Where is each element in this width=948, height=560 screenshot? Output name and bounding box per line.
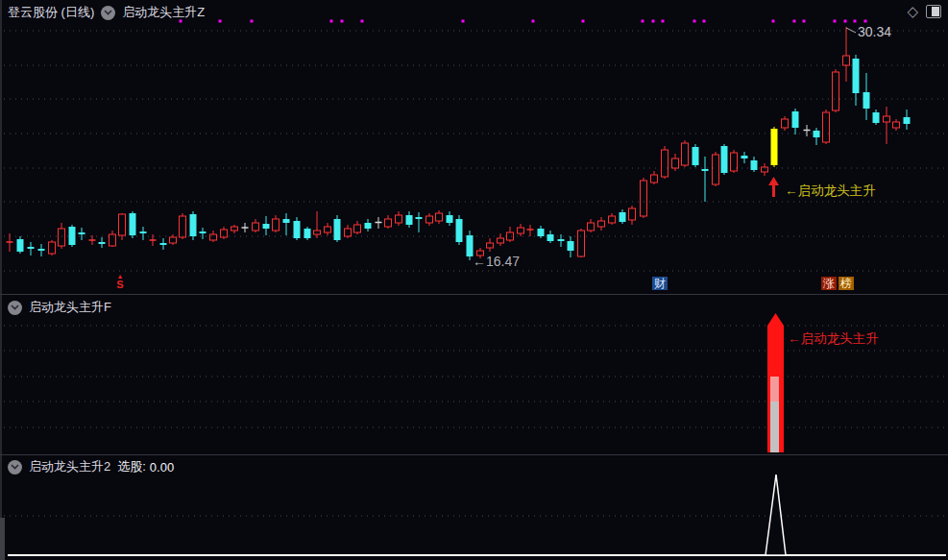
event-tag-bang[interactable]: 榜 xyxy=(839,277,854,290)
app-window: 30.34←16.47←启动龙头主升←启动龙头主升 登云股份 (日线) 启动龙头… xyxy=(0,0,948,560)
indicator-f-bar-inner-gray xyxy=(770,402,779,452)
signal-s-marker[interactable]: ▲ S xyxy=(113,274,127,289)
panel-splitter-2[interactable] xyxy=(0,454,948,455)
signal-annotation-f: ←启动龙头主升 xyxy=(788,331,879,346)
indicator-f-title[interactable]: 启动龙头主升F xyxy=(29,299,111,316)
window-left-edge xyxy=(0,0,2,560)
select-value: 0.00 xyxy=(150,460,174,475)
event-tag-zhangbang: 涨 榜 xyxy=(821,277,854,290)
main-gridlines xyxy=(4,31,944,271)
stock-title[interactable]: 登云股份 (日线) xyxy=(8,4,94,21)
chevron-down-icon[interactable] xyxy=(8,460,22,475)
diamond-icon[interactable]: ◇ xyxy=(907,4,918,18)
charts-canvas[interactable]: 30.34←16.47←启动龙头主升←启动龙头主升 xyxy=(0,0,948,560)
main-indicator-title[interactable]: 启动龙头主升Z xyxy=(122,4,205,21)
s-marker-letter: S xyxy=(113,280,127,289)
signal-annotation-main: ←启动龙头主升 xyxy=(785,183,876,198)
indicator-2-title[interactable]: 启动龙头主升2 xyxy=(29,458,110,475)
high-price-pointer xyxy=(846,28,856,33)
select-label: 选股: xyxy=(117,458,146,475)
candlestick-series xyxy=(7,27,911,260)
indicator-f-bar-inner-pink xyxy=(770,377,779,402)
split-window-icon[interactable] xyxy=(926,5,941,18)
indicator-f-arrow-icon xyxy=(767,313,784,326)
window-left-edge-bottom xyxy=(0,518,5,560)
titlebar-right-icons: ◇ xyxy=(907,4,941,18)
panel-2-titlebar: 启动龙头主升2 选股: 0.00 xyxy=(8,458,174,475)
signal-up-arrow-icon xyxy=(768,177,779,185)
signal-dot-row xyxy=(180,20,867,23)
main-chart-titlebar: 登云股份 (日线) 启动龙头主升Z xyxy=(8,4,205,21)
chevron-down-icon[interactable] xyxy=(101,6,115,20)
chevron-down-icon[interactable] xyxy=(8,301,22,315)
indicator-2-spike xyxy=(766,475,786,555)
high-price-label: 30.34 xyxy=(858,24,891,39)
low-price-label: ←16.47 xyxy=(473,254,520,269)
event-tag-zhang[interactable]: 涨 xyxy=(821,277,837,290)
split-window-fill xyxy=(932,7,939,16)
event-tag-cai[interactable]: 财 xyxy=(652,277,668,290)
panel-f-titlebar: 启动龙头主升F xyxy=(8,299,111,316)
panel-splitter-1[interactable] xyxy=(0,294,948,295)
